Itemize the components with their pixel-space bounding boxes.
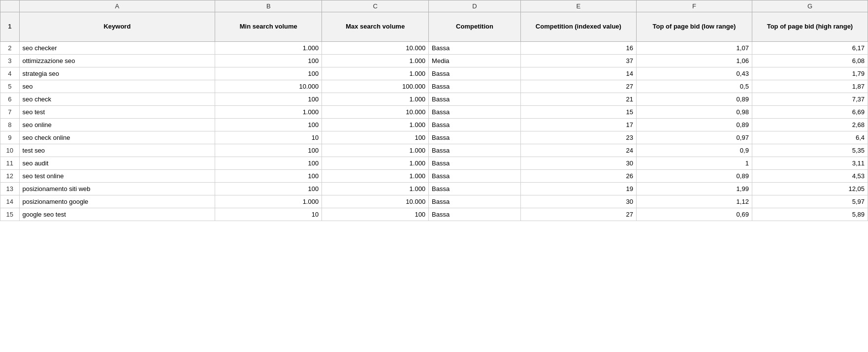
min-vol-cell: 100 bbox=[215, 67, 322, 80]
row-num: 12 bbox=[0, 170, 20, 183]
comp-index-cell: 27 bbox=[520, 80, 636, 93]
keyword-cell: seo check online bbox=[19, 131, 215, 144]
max-vol-cell: 1.000 bbox=[322, 93, 429, 106]
comp-index-cell: 30 bbox=[520, 195, 636, 208]
keyword-cell: google seo test bbox=[19, 208, 215, 221]
col-letter-f[interactable]: F bbox=[636, 0, 752, 12]
col-header-bid-high: Top of page bid (high range) bbox=[752, 12, 868, 42]
bid-low-cell: 0,69 bbox=[636, 208, 752, 221]
table-row: 8seo online1001.000Bassa170,892,68 bbox=[0, 119, 868, 131]
col-letter-e[interactable]: E bbox=[520, 0, 636, 12]
row-num: 3 bbox=[0, 55, 20, 67]
min-vol-cell: 1.000 bbox=[215, 106, 322, 119]
table-row: 14posizionamento google1.00010.000Bassa3… bbox=[0, 195, 868, 208]
bid-high-cell: 12,05 bbox=[752, 183, 868, 195]
bid-high-cell: 6,4 bbox=[752, 131, 868, 144]
spreadsheet: A B C D E F G 1 Keyword Min search volum… bbox=[0, 0, 868, 352]
col-header-min-vol: Min search volume bbox=[215, 12, 322, 42]
table-row: 9seo check online10100Bassa230,976,4 bbox=[0, 131, 868, 144]
table-row: 2seo checker1.00010.000Bassa161,076,17 bbox=[0, 42, 868, 55]
col-header-competition: Competition bbox=[429, 12, 521, 42]
comp-index-cell: 15 bbox=[520, 106, 636, 119]
bid-high-cell: 6,08 bbox=[752, 55, 868, 67]
keyword-cell: seo checker bbox=[19, 42, 215, 55]
row-num: 4 bbox=[0, 67, 20, 80]
comp-index-cell: 26 bbox=[520, 170, 636, 183]
keyword-cell: seo check bbox=[19, 93, 215, 106]
comp-index-cell: 24 bbox=[520, 144, 636, 157]
min-vol-cell: 10.000 bbox=[215, 80, 322, 93]
keyword-cell: seo test bbox=[19, 106, 215, 119]
max-vol-cell: 1.000 bbox=[322, 144, 429, 157]
min-vol-cell: 1.000 bbox=[215, 195, 322, 208]
comp-index-cell: 30 bbox=[520, 157, 636, 170]
row-num-1: 1 bbox=[0, 12, 20, 42]
bid-high-cell: 6,69 bbox=[752, 106, 868, 119]
bid-low-cell: 0,89 bbox=[636, 170, 752, 183]
comp-index-cell: 21 bbox=[520, 93, 636, 106]
competition-cell: Bassa bbox=[429, 144, 521, 157]
bid-high-cell: 7,37 bbox=[752, 93, 868, 106]
keyword-cell: strategia seo bbox=[19, 67, 215, 80]
header-row: 1 Keyword Min search volume Max search v… bbox=[0, 12, 868, 42]
table-row: 12seo test online1001.000Bassa260,894,53 bbox=[0, 170, 868, 183]
comp-index-cell: 19 bbox=[520, 183, 636, 195]
row-num: 13 bbox=[0, 183, 20, 195]
keyword-cell: seo online bbox=[19, 119, 215, 131]
col-header-max-vol: Max search volume bbox=[322, 12, 429, 42]
min-vol-cell: 100 bbox=[215, 119, 322, 131]
max-vol-cell: 1.000 bbox=[322, 183, 429, 195]
row-num: 5 bbox=[0, 80, 20, 93]
col-letter-g[interactable]: G bbox=[752, 0, 868, 12]
bid-high-cell: 5,89 bbox=[752, 208, 868, 221]
bid-low-cell: 1,12 bbox=[636, 195, 752, 208]
row-num: 10 bbox=[0, 144, 20, 157]
competition-cell: Bassa bbox=[429, 119, 521, 131]
table-row: 4strategia seo1001.000Bassa140,431,79 bbox=[0, 67, 868, 80]
col-letter-a[interactable]: A bbox=[19, 0, 215, 12]
comp-index-cell: 27 bbox=[520, 208, 636, 221]
bid-low-cell: 1 bbox=[636, 157, 752, 170]
min-vol-cell: 100 bbox=[215, 157, 322, 170]
min-vol-cell: 100 bbox=[215, 55, 322, 67]
competition-cell: Bassa bbox=[429, 157, 521, 170]
bid-low-cell: 0,43 bbox=[636, 67, 752, 80]
keyword-cell: ottimizzazione seo bbox=[19, 55, 215, 67]
column-letter-row: A B C D E F G bbox=[0, 0, 868, 12]
bid-high-cell: 1,87 bbox=[752, 80, 868, 93]
max-vol-cell: 100 bbox=[322, 208, 429, 221]
min-vol-cell: 100 bbox=[215, 183, 322, 195]
max-vol-cell: 10.000 bbox=[322, 42, 429, 55]
row-num: 2 bbox=[0, 42, 20, 55]
bid-low-cell: 0,97 bbox=[636, 131, 752, 144]
bid-high-cell: 3,11 bbox=[752, 157, 868, 170]
max-vol-cell: 1.000 bbox=[322, 157, 429, 170]
table-row: 5seo10.000100.000Bassa270,51,87 bbox=[0, 80, 868, 93]
bid-low-cell: 0,89 bbox=[636, 119, 752, 131]
bid-high-cell: 6,17 bbox=[752, 42, 868, 55]
min-vol-cell: 1.000 bbox=[215, 42, 322, 55]
competition-cell: Bassa bbox=[429, 93, 521, 106]
comp-index-cell: 16 bbox=[520, 42, 636, 55]
table-row: 6seo check1001.000Bassa210,897,37 bbox=[0, 93, 868, 106]
keyword-cell: test seo bbox=[19, 144, 215, 157]
bid-low-cell: 0,9 bbox=[636, 144, 752, 157]
comp-index-cell: 37 bbox=[520, 55, 636, 67]
row-num: 11 bbox=[0, 157, 20, 170]
col-letter-b[interactable]: B bbox=[215, 0, 322, 12]
competition-cell: Bassa bbox=[429, 183, 521, 195]
corner-cell bbox=[0, 0, 20, 12]
col-letter-c[interactable]: C bbox=[322, 0, 429, 12]
max-vol-cell: 1.000 bbox=[322, 119, 429, 131]
bid-low-cell: 0,5 bbox=[636, 80, 752, 93]
col-letter-d[interactable]: D bbox=[429, 0, 521, 12]
max-vol-cell: 100 bbox=[322, 131, 429, 144]
bid-high-cell: 1,79 bbox=[752, 67, 868, 80]
bid-low-cell: 0,98 bbox=[636, 106, 752, 119]
row-num: 14 bbox=[0, 195, 20, 208]
bid-low-cell: 1,07 bbox=[636, 42, 752, 55]
bid-low-cell: 0,89 bbox=[636, 93, 752, 106]
keyword-cell: seo audit bbox=[19, 157, 215, 170]
keyword-cell: posizionamento siti web bbox=[19, 183, 215, 195]
table-row: 3ottimizzazione seo1001.000Media371,066,… bbox=[0, 55, 868, 67]
